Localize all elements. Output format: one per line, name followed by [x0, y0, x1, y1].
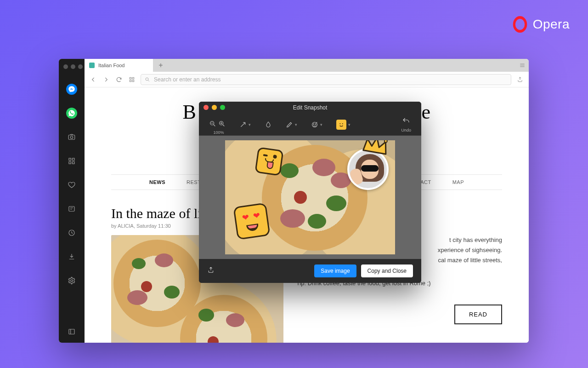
zoom-out-icon[interactable] — [209, 120, 216, 129]
svg-point-21 — [342, 123, 343, 124]
svg-rect-12 — [130, 80, 131, 82]
sidebar-news[interactable] — [66, 203, 77, 214]
forward-button[interactable] — [102, 75, 110, 84]
easy-setup-button[interactable] — [516, 59, 529, 72]
snapshot-title: Edit Snapshot — [293, 104, 328, 111]
sidebar — [59, 59, 85, 343]
opera-logo: Opera — [512, 16, 570, 33]
reload-button[interactable] — [115, 75, 123, 84]
sidebar-snapshot[interactable] — [66, 132, 77, 143]
blur-tool[interactable] — [265, 121, 272, 128]
sticker-tool[interactable]: ▾ — [336, 120, 351, 130]
zoom-tools — [209, 120, 226, 129]
svg-point-19 — [315, 124, 316, 124]
selfie-tool[interactable]: ▾ — [311, 121, 322, 128]
svg-rect-3 — [73, 158, 75, 161]
snapshot-editor: Edit Snapshot ▾ ▾ ▾ ▾ Undo 100% — [199, 102, 421, 283]
sidebar-downloads[interactable] — [66, 251, 77, 262]
traffic-dot[interactable] — [78, 64, 83, 69]
tabstrip: Italian Food + — [85, 59, 529, 72]
svg-point-20 — [339, 123, 340, 124]
nav-map[interactable]: MAP — [452, 179, 464, 185]
tab-active[interactable]: Italian Food — [85, 59, 153, 72]
svg-point-24 — [384, 140, 387, 143]
sticker-heart-eyes[interactable]: ❤❤ — [233, 202, 270, 240]
address-placeholder: Search or enter an address — [154, 76, 220, 83]
snapshot-canvas[interactable]: ❤❤ — [199, 136, 421, 259]
read-button[interactable]: READ — [454, 305, 502, 324]
sticker-tongue[interactable] — [254, 147, 283, 176]
sidebar-speed-dial[interactable] — [66, 155, 77, 167]
save-image-button[interactable]: Save image — [314, 264, 356, 277]
sidebar-favorites[interactable] — [66, 179, 77, 190]
svg-rect-10 — [130, 77, 131, 79]
snapshot-toolbar: ▾ ▾ ▾ ▾ Undo — [199, 114, 421, 136]
sidebar-settings[interactable] — [66, 275, 77, 286]
svg-rect-4 — [69, 162, 71, 164]
sidebar-history[interactable] — [66, 227, 77, 238]
pencil-tool[interactable]: ▾ — [286, 121, 297, 128]
traffic-dot[interactable] — [71, 64, 75, 69]
close-window-button[interactable] — [204, 105, 209, 110]
sidebar-messenger[interactable] — [66, 84, 77, 95]
snapshot-photo: ❤❤ — [225, 140, 395, 254]
snapshot-footer: Save image Copy and Close — [199, 259, 421, 283]
back-button[interactable] — [89, 75, 97, 84]
svg-point-18 — [313, 124, 314, 124]
opera-ring-icon — [513, 16, 527, 33]
svg-point-8 — [71, 280, 73, 282]
copy-close-button[interactable]: Copy and Close — [361, 264, 413, 277]
svg-rect-0 — [68, 135, 75, 140]
tab-title: Italian Food — [98, 63, 124, 68]
svg-point-1 — [70, 136, 73, 138]
start-page-button[interactable] — [128, 75, 136, 84]
opera-wordmark: Opera — [533, 17, 570, 32]
address-bar[interactable]: Search or enter an address — [141, 74, 511, 85]
new-tab-button[interactable]: + — [153, 59, 168, 72]
traffic-dot[interactable] — [63, 64, 68, 69]
undo-label: Undo — [401, 128, 411, 132]
zoom-window-button[interactable] — [220, 105, 225, 110]
svg-rect-13 — [132, 80, 134, 82]
sidebar-whatsapp[interactable] — [66, 108, 77, 119]
svg-point-14 — [146, 78, 148, 80]
svg-rect-2 — [69, 158, 71, 161]
undo-icon[interactable] — [402, 117, 410, 127]
snapshot-titlebar: Edit Snapshot — [199, 102, 421, 114]
nav-news[interactable]: NEWS — [149, 179, 165, 185]
toolbar: Search or enter an address — [85, 72, 529, 87]
svg-rect-5 — [73, 162, 75, 164]
zoom-level: 100% — [212, 130, 226, 135]
share-page-button[interactable] — [516, 75, 524, 84]
svg-rect-9 — [69, 329, 74, 334]
svg-rect-6 — [69, 207, 74, 212]
sidebar-toggle-panel[interactable] — [66, 326, 77, 337]
favicon — [89, 63, 95, 68]
window-traffic-lights — [59, 64, 83, 69]
svg-rect-11 — [132, 77, 134, 79]
zoom-in-icon[interactable] — [218, 120, 226, 129]
share-icon[interactable] — [207, 266, 215, 276]
arrow-tool[interactable]: ▾ — [239, 121, 251, 128]
minimize-window-button[interactable] — [212, 105, 217, 110]
